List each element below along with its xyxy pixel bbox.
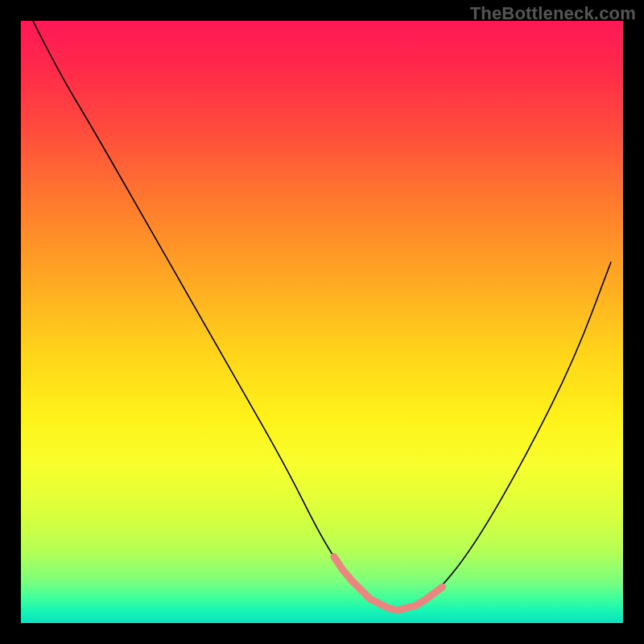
watermark-text: TheBottleneck.com xyxy=(470,3,636,24)
minimum-marker xyxy=(334,557,443,610)
chart-frame: TheBottleneck.com xyxy=(0,0,644,644)
bottleneck-curve xyxy=(33,21,611,609)
plot-area xyxy=(21,21,623,623)
chart-svg xyxy=(21,21,623,623)
